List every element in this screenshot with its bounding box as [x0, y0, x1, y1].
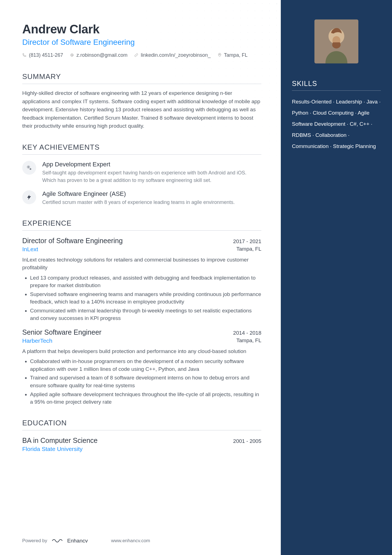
- contacts-row: (813) 4511-267 z.robinson@gmail.com link…: [22, 51, 261, 60]
- contact-email: z.robinson@gmail.com: [70, 51, 127, 60]
- achievement-body: App Development Expert Self-taught app d…: [42, 161, 261, 184]
- svg-point-3: [30, 169, 31, 169]
- skills-heading: SKILLS: [292, 80, 381, 91]
- list-item: Applied agile software development techn…: [30, 391, 261, 406]
- contact-location: Tampa, FL: [217, 51, 248, 60]
- achievement-desc: Self-taught app development expert havin…: [42, 169, 261, 184]
- header-block: Andrew Clark Director of Software Engine…: [22, 22, 261, 60]
- footer: Powered by Enhancv www.enhancv.com: [22, 538, 150, 544]
- experience-role: Director of Software Engineering: [22, 237, 123, 245]
- experience-desc: InLext creates technology solutions for …: [22, 256, 261, 272]
- experience-dates: 2014 - 2018: [233, 330, 261, 336]
- person-title: Director of Software Engineering: [22, 38, 261, 47]
- achievement-title: Agile Software Engineer (ASE): [42, 190, 235, 198]
- achievement-item: App Development Expert Self-taught app d…: [22, 161, 261, 184]
- email-text: z.robinson@gmail.com: [76, 51, 127, 60]
- summary-heading: SUMMARY: [22, 72, 261, 84]
- list-item: Led 13 company product releases, and ass…: [30, 274, 261, 289]
- contact-linkedin: linkedin.com/in/_zoeyrobinson_: [134, 51, 210, 60]
- experience-bullets: Collaborated with in-house programmers o…: [22, 357, 261, 406]
- enhancv-logo-icon: [52, 538, 63, 544]
- experience-company: InLext: [22, 246, 38, 253]
- experience-role: Senior Software Engineer: [22, 328, 101, 336]
- achievement-desc: Certified scrum master with 8 years of e…: [42, 199, 235, 206]
- experience-item: Director of Software Engineering 2017 - …: [22, 237, 261, 322]
- skills-list: Results-Oriented · Leadership · Java · P…: [292, 96, 381, 152]
- pin-icon: [217, 53, 222, 57]
- education-school: Florida State University: [22, 446, 83, 452]
- main-column: Andrew Clark Director of Software Engine…: [0, 0, 281, 555]
- svg-point-1: [219, 54, 220, 55]
- list-item: Supervised software engineering teams an…: [30, 290, 261, 306]
- powered-by: Powered by Enhancv: [22, 538, 88, 544]
- gears-icon: [22, 161, 36, 175]
- achievement-title: App Development Expert: [42, 161, 261, 168]
- list-item: Communicated with internal leadership th…: [30, 307, 261, 322]
- avatar-placeholder-icon: [314, 19, 358, 63]
- side-column: SKILLS Results-Oriented · Leadership · J…: [281, 0, 392, 555]
- experience-location: Tampa, FL: [236, 337, 261, 344]
- list-item: Collaborated with in-house programmers o…: [30, 357, 261, 373]
- experience-item: Senior Software Engineer 2014 - 2018 Har…: [22, 328, 261, 406]
- linkedin-text: linkedin.com/in/_zoeyrobinson_: [141, 51, 210, 60]
- summary-text: Highly-skilled director of software engi…: [22, 89, 261, 130]
- avatar: [314, 19, 358, 63]
- experience-heading: EXPERIENCE: [22, 219, 261, 231]
- education-degree: BA in Computer Science: [22, 436, 98, 445]
- experience-dates: 2017 - 2021: [233, 238, 261, 245]
- contact-phone: (813) 4511-267: [22, 51, 63, 60]
- experience-bullets: Led 13 company product releases, and ass…: [22, 274, 261, 322]
- at-icon: [70, 53, 74, 57]
- location-text: Tampa, FL: [224, 51, 248, 60]
- phone-icon: [22, 53, 27, 57]
- brand-name: Enhancv: [67, 538, 88, 544]
- phone-text: (813) 4511-267: [29, 51, 63, 60]
- experience-company: HarberTech: [22, 337, 53, 344]
- education-item: BA in Computer Science 2001 - 2005 Flori…: [22, 436, 261, 452]
- svg-point-2: [28, 166, 29, 167]
- experience-desc: A platform that helps developers build p…: [22, 347, 261, 356]
- list-item: Trained and supervised a team of 8 softw…: [30, 374, 261, 389]
- experience-location: Tampa, FL: [236, 246, 261, 253]
- bolt-icon: [22, 190, 36, 204]
- link-icon: [134, 53, 138, 57]
- achievement-item: Agile Software Engineer (ASE) Certified …: [22, 190, 261, 206]
- achievement-body: Agile Software Engineer (ASE) Certified …: [42, 190, 235, 206]
- powered-label: Powered by: [22, 538, 47, 544]
- svg-point-0: [71, 55, 73, 56]
- achievements-heading: KEY ACHIEVEMENTS: [22, 143, 261, 155]
- education-dates: 2001 - 2005: [233, 438, 261, 444]
- footer-url: www.enhancv.com: [111, 538, 150, 544]
- resume-page: Andrew Clark Director of Software Engine…: [0, 0, 392, 555]
- person-name: Andrew Clark: [22, 22, 261, 36]
- education-heading: EDUCATION: [22, 419, 261, 430]
